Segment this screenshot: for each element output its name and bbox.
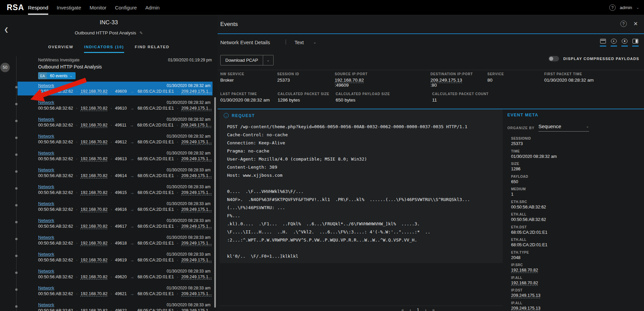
summary-field-label: CALCULATED PACKET SIZE	[278, 92, 336, 96]
source-ip-link[interactable]: 192.168.70.82	[81, 275, 108, 279]
summary-field-value[interactable]: 209.249.175.13	[430, 78, 487, 83]
help-icon[interactable]: ?	[609, 4, 616, 11]
event-row[interactable]: Network01/30/2020 08:28:33 am00:50:56:AB…	[18, 284, 213, 298]
event-type-link[interactable]: Network	[38, 302, 54, 307]
destination-ip-link[interactable]: 209.249.175.1...	[181, 207, 212, 212]
destination-ip-link[interactable]: 209.249.175.1...	[181, 291, 212, 296]
meta-entry-value[interactable]: 209.249.175.13	[511, 306, 540, 311]
event-type-link[interactable]: Network	[38, 268, 54, 274]
tab-indicators-[interactable]: INDICATORS (10)	[84, 45, 124, 53]
destination-ip-link[interactable]: 209.249.175.1...	[181, 157, 212, 161]
download-options-caret[interactable]: ⌄	[263, 55, 273, 65]
tab-network-event-details[interactable]: Network Event Details	[220, 39, 270, 45]
help-icon[interactable]: ?	[620, 21, 627, 27]
source-ip-link[interactable]: 192.168.70.82	[81, 190, 108, 195]
summary-field-value[interactable]: 192.168.70.82	[335, 78, 430, 83]
meta-entry-value[interactable]: 192.168.70.82	[511, 281, 538, 285]
event-type-link[interactable]: Network	[38, 100, 54, 105]
separator-dot: ·	[76, 190, 78, 195]
view-mode-select[interactable]: Text ⌄	[295, 39, 316, 45]
event-row[interactable]: Network01/30/2020 08:28:33 am00:50:56:AB…	[18, 217, 213, 230]
organize-by-select[interactable]: Sequence ⌄	[538, 123, 589, 132]
source-ip-link[interactable]: 192.168.70.82	[81, 106, 108, 111]
first-page-button[interactable]: «	[401, 307, 404, 311]
event-row[interactable]: Network01/30/2020 08:28:33 am00:50:56:AB…	[18, 250, 213, 264]
event-row[interactable]: Network01/30/2020 08:28:33 am00:50:56:AB…	[18, 183, 213, 197]
event-type-link[interactable]: Network	[38, 117, 54, 122]
event-type-link[interactable]: Network	[38, 184, 54, 189]
compressed-payloads-toggle[interactable]	[549, 56, 559, 61]
destination-ip-link[interactable]: 209.249.175.1...	[181, 258, 212, 262]
event-type-link[interactable]: Network	[38, 167, 54, 172]
event-type-link[interactable]: Network	[38, 150, 54, 156]
tab-find-related[interactable]: FIND RELATED	[135, 45, 170, 53]
event-type-link[interactable]: Network	[38, 83, 54, 88]
destination-ip-link[interactable]: 209.249.175.1...	[181, 123, 212, 128]
event-type-link[interactable]: Network	[38, 134, 54, 139]
close-icon[interactable]: ✕	[634, 21, 638, 27]
nav-item-monitor[interactable]: Monitor	[90, 0, 107, 15]
download-pcap-label[interactable]: Download PCAP	[221, 55, 263, 65]
meta-entry-value[interactable]: 192.168.70.82	[511, 268, 538, 273]
expand-right-view-button[interactable]: ▸	[611, 39, 617, 47]
source-ip-link[interactable]: 192.168.70.82	[81, 291, 108, 296]
event-row[interactable]: Network01/30/2020 08:28:32 am00:50:56:AB…	[18, 132, 213, 146]
event-row[interactable]: Network01/30/2020 08:28:33 am00:50:56:AB…	[18, 233, 213, 247]
event-type-link[interactable]: Network	[38, 252, 54, 257]
expand-both-view-button[interactable]: ⬥	[621, 39, 628, 47]
destination-ip-link[interactable]: 209.249.175.1...	[181, 275, 212, 279]
event-row[interactable]: Network01/30/2020 08:28:33 am00:50:56:AB…	[18, 200, 213, 214]
download-pcap-button[interactable]: Download PCAP ⌄	[220, 55, 274, 65]
event-type-link[interactable]: Network	[38, 235, 54, 240]
destination-ip-link[interactable]: 209.249.175.1...	[181, 190, 212, 195]
source-ip-link[interactable]: 192.168.70.82	[81, 241, 108, 246]
payload-line: N4OF>. .N4OF%63F#SKTPQVFVF&FTHPV!..kl1 .…	[227, 196, 470, 204]
event-type-link[interactable]: Network	[38, 285, 54, 290]
event-row[interactable]: Network01/30/2020 08:28:33 am00:50:56:AB…	[18, 267, 213, 281]
source-ip-link[interactable]: 192.168.70.82	[81, 258, 108, 262]
destination-ip-link[interactable]: 209.249.175.1...	[181, 241, 212, 246]
source-port: 49618	[115, 241, 127, 246]
edit-pencil-icon[interactable]: ✎	[140, 31, 143, 35]
source-ip-link[interactable]: 192.168.70.82	[81, 173, 108, 178]
prev-page-button[interactable]: ‹	[410, 307, 411, 311]
source-ip-link[interactable]: 192.168.70.82	[81, 157, 108, 161]
event-row[interactable]: Network01/30/2020 08:28:32 am00:50:56:AB…	[18, 98, 213, 112]
source-ip-link[interactable]: 192.168.70.82	[81, 308, 108, 311]
meta-entry-value[interactable]: 209.249.175.13	[511, 293, 540, 298]
split-view-button[interactable]	[632, 39, 639, 47]
nav-item-admin[interactable]: Admin	[145, 0, 160, 15]
nav-item-respond[interactable]: Respond	[28, 0, 48, 15]
last-page-button[interactable]: »	[432, 307, 435, 311]
destination-ip-link[interactable]: 209.249.175.1...	[181, 308, 212, 311]
source-ip-link[interactable]: 192.168.70.82	[81, 224, 108, 229]
event-row[interactable]: Network01/30/2020 08:28:32 am00:50:56:AB…	[18, 149, 213, 163]
source-ip-link[interactable]: 192.168.70.82	[81, 140, 108, 144]
source-ip-link[interactable]: 192.168.70.82	[81, 89, 108, 94]
event-row[interactable]: Network01/30/2020 08:28:32 am00:50:56:AB…	[18, 115, 213, 129]
destination-ip-link[interactable]: 209.249.175.1...	[181, 173, 212, 178]
event-row[interactable]: Network01/30/2020 08:28:33 am00:50:56:AB…	[18, 166, 213, 180]
nav-item-investigate[interactable]: Investigate	[57, 0, 81, 15]
tab-overview[interactable]: OVERVIEW	[48, 45, 74, 53]
events-dropdown-button[interactable]: EA 60 events ⌄	[38, 72, 76, 79]
event-type-link[interactable]: Network	[38, 218, 54, 223]
nav-item-configure[interactable]: Configure	[115, 0, 137, 15]
user-menu[interactable]: admin	[620, 5, 632, 10]
chevron-down-icon[interactable]: ⌄	[636, 5, 639, 10]
destination-ip-link[interactable]: 209.249.175.1...	[181, 106, 212, 111]
header-view-button[interactable]	[600, 39, 606, 47]
destination-ip-link[interactable]: 209.249.175.1...	[181, 140, 212, 144]
destination-ip-link[interactable]: 209.249.175.1...	[181, 224, 212, 229]
event-list-scrollbar[interactable]	[214, 97, 216, 308]
event-row[interactable]: Network01/30/2020 08:28:32 am00:50:56:AB…	[18, 82, 213, 95]
event-row[interactable]: Network01/30/2020 08:28:33 am00:50:56:AB…	[18, 301, 213, 311]
source-ip-link[interactable]: 192.168.70.82	[81, 123, 108, 128]
events-count-button[interactable]: 60 events ⌄	[47, 72, 76, 79]
payload-line: kl'0/.. \F/.F0+1...]klklkl	[227, 252, 470, 260]
destination-ip-link[interactable]: 209.249.175.1...	[181, 89, 212, 94]
next-page-button[interactable]: ›	[425, 307, 426, 311]
event-type-link[interactable]: Network	[38, 201, 54, 206]
source-ip-link[interactable]: 192.168.70.82	[81, 207, 108, 212]
event-row-line1: Network01/30/2020 08:28:33 am	[38, 302, 211, 307]
